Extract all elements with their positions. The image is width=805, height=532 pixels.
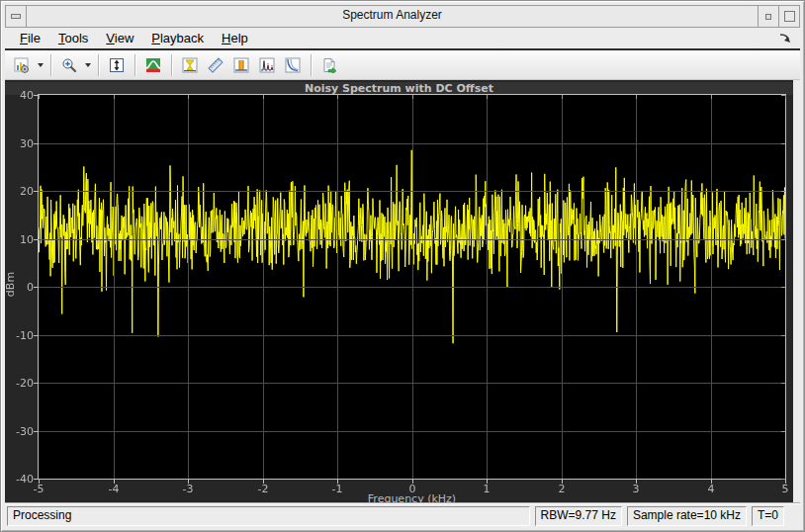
y-tick-mark xyxy=(781,431,785,432)
y-tick-label: -20 xyxy=(6,377,34,390)
statusbar: Processing RBW=9.77 Hz Sample rate=10 kH… xyxy=(5,503,800,527)
ccdf-measurements-icon xyxy=(285,57,301,73)
x-tick-mark xyxy=(636,95,637,99)
menu-playback[interactable]: Playback xyxy=(148,30,207,46)
plot-area[interactable] xyxy=(39,95,785,479)
x-tick-label: 0 xyxy=(409,483,416,495)
y-tick-label: 40 xyxy=(6,89,34,102)
window-title: Spectrum Analyzer xyxy=(27,6,758,27)
status-message: Processing xyxy=(7,506,530,526)
x-tick-mark xyxy=(412,95,413,99)
minimize-button[interactable] xyxy=(758,6,778,27)
y-tick-label: 10 xyxy=(6,233,34,246)
x-tick-mark xyxy=(785,95,786,99)
export-script-icon xyxy=(321,57,337,73)
x-tick-mark xyxy=(188,95,189,99)
y-tick-mark xyxy=(34,335,38,336)
x-tick-label: -5 xyxy=(34,483,45,495)
autoscale-axes-button[interactable] xyxy=(104,52,130,78)
window-menu-button[interactable] xyxy=(6,6,27,27)
dropdown-caret-icon xyxy=(85,63,91,67)
x-tick-label: 2 xyxy=(559,483,566,495)
y-tick-mark xyxy=(781,95,785,96)
x-tick-mark xyxy=(263,95,264,99)
time-readout: T=0 xyxy=(752,506,784,526)
gridline-horizontal xyxy=(39,335,785,336)
y-tick-label: 0 xyxy=(6,281,34,294)
y-tick-mark xyxy=(781,335,785,336)
dock-button[interactable] xyxy=(776,31,794,46)
export-script-button[interactable] xyxy=(316,52,342,78)
window-menu-icon xyxy=(11,14,21,19)
minimize-icon xyxy=(765,14,771,20)
y-tick-mark xyxy=(781,239,785,240)
spectrum-settings-dropdown[interactable] xyxy=(35,53,45,77)
x-tick-label: 4 xyxy=(708,483,715,495)
toolbar-separator xyxy=(50,54,51,76)
zoom-in-button[interactable] xyxy=(56,52,82,78)
menu-file[interactable]: File xyxy=(17,30,44,46)
autoscale-axes-icon xyxy=(109,57,125,73)
y-tick-label: 20 xyxy=(6,185,34,198)
x-tick-mark xyxy=(39,95,40,99)
y-tick-label: -10 xyxy=(6,329,34,342)
peak-finder-button[interactable] xyxy=(177,52,203,78)
x-tick-label: -4 xyxy=(109,483,120,495)
gridline-horizontal xyxy=(39,143,785,144)
spectral-mask-button[interactable] xyxy=(140,52,166,78)
cursor-measurements-button[interactable] xyxy=(203,52,228,78)
channel-measurements-icon xyxy=(233,57,249,73)
distortion-measurements-button[interactable] xyxy=(254,52,280,78)
titlebar: Spectrum Analyzer xyxy=(5,5,800,28)
zoom-dropdown[interactable] xyxy=(82,53,93,77)
y-tick-mark xyxy=(781,191,785,192)
y-tick-label: -30 xyxy=(6,425,34,438)
plot-title: Noisy Spectrum with DC Offset xyxy=(5,82,793,95)
x-tick-mark xyxy=(562,95,563,99)
spectrum-analyzer-window: Spectrum Analyzer File Tools View Playba… xyxy=(0,0,805,532)
spectral-mask-icon xyxy=(145,57,161,73)
y-tick-mark xyxy=(781,287,785,288)
toolbar-separator xyxy=(171,54,172,76)
toolbar-separator xyxy=(98,54,99,76)
gridline-horizontal xyxy=(39,239,785,240)
x-tick-label: -3 xyxy=(183,483,194,495)
peak-finder-icon xyxy=(182,57,198,73)
y-tick-label: -40 xyxy=(6,473,34,486)
x-tick-label: 1 xyxy=(484,483,491,495)
y-tick-mark xyxy=(34,191,38,192)
x-tick-label: 3 xyxy=(633,483,640,495)
x-tick-label: 5 xyxy=(782,483,789,495)
spectrum-settings-button[interactable] xyxy=(9,52,35,78)
menu-tools[interactable]: Tools xyxy=(55,30,91,46)
x-tick-mark xyxy=(711,95,712,99)
dock-arrow-icon xyxy=(778,33,792,44)
ccdf-measurements-button[interactable] xyxy=(280,52,306,78)
y-tick-mark xyxy=(781,383,785,384)
toolbar-separator xyxy=(311,54,312,76)
y-tick-mark xyxy=(34,95,38,96)
y-tick-mark xyxy=(34,287,38,288)
channel-measurements-button[interactable] xyxy=(228,52,254,78)
y-tick-label: 30 xyxy=(6,137,34,150)
zoom-in-icon xyxy=(61,57,77,73)
distortion-measurements-icon xyxy=(259,57,275,73)
y-tick-mark xyxy=(34,431,38,432)
gridline-horizontal xyxy=(39,431,785,432)
sample-rate-readout: Sample rate=10 kHz xyxy=(627,506,747,526)
gridline-horizontal xyxy=(39,383,785,384)
toolbar xyxy=(5,50,800,80)
x-tick-mark xyxy=(487,95,488,99)
gridline-horizontal xyxy=(39,191,785,192)
maximize-button[interactable] xyxy=(778,6,799,27)
y-tick-mark xyxy=(781,143,785,144)
resize-grip[interactable] xyxy=(789,507,797,525)
menu-view[interactable]: View xyxy=(103,30,136,46)
x-tick-label: -1 xyxy=(332,483,343,495)
cursor-measurements-icon xyxy=(208,57,224,73)
menu-help[interactable]: Help xyxy=(219,30,251,46)
y-tick-mark xyxy=(34,143,38,144)
dropdown-caret-icon xyxy=(38,63,44,67)
menubar: File Tools View Playback Help xyxy=(5,28,800,50)
rbw-readout: RBW=9.77 Hz xyxy=(535,506,622,526)
